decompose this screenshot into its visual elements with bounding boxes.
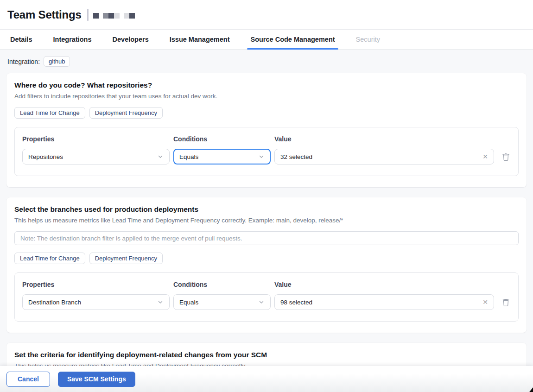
value-column-label: Value [274, 135, 494, 143]
tab-issue-management[interactable]: Issue Management [170, 30, 230, 49]
mouse-cursor [528, 386, 533, 392]
cancel-button[interactable]: Cancel [6, 372, 50, 387]
repositories-card: Where do you code? What repositories? Ad… [6, 73, 527, 187]
chevron-down-icon [157, 153, 164, 160]
scm-settings-content: Integration: github Where do you code? W… [0, 50, 533, 392]
tab-source-code-management[interactable]: Source Code Management [250, 30, 335, 49]
clear-icon[interactable]: ✕ [482, 299, 488, 305]
tag-deployment-frequency: Deployment Frequency [89, 107, 163, 119]
properties-select[interactable]: Repositories [22, 149, 170, 164]
branches-description: This helps us measure metrics like Lead … [14, 217, 519, 224]
branches-filter-box: Properties Conditions Value Destination … [14, 272, 519, 322]
integration-row: Integration: github [6, 56, 527, 67]
properties-column-label: Properties [22, 135, 170, 143]
clear-icon[interactable]: ✕ [482, 153, 488, 160]
integration-label: Integration: [7, 58, 40, 65]
delete-filter-button[interactable] [500, 151, 512, 163]
conditions-column-label: Conditions [173, 135, 271, 143]
page-header: Team Settings [0, 0, 533, 29]
trash-icon [502, 152, 510, 161]
tab-security: Security [356, 30, 380, 49]
chevron-down-icon [258, 153, 265, 160]
repositories-heading: Where do you code? What repositories? [14, 81, 519, 89]
redacted-team-name [93, 13, 135, 19]
delete-filter-button[interactable] [500, 296, 512, 308]
metric-tags: Lead Time for Change Deployment Frequenc… [14, 107, 519, 119]
conditions-select[interactable]: Equals [173, 294, 271, 310]
deployment-criteria-heading: Set the criteria for identifying deploym… [14, 351, 519, 359]
conditions-column-label: Conditions [173, 281, 271, 288]
conditions-select[interactable]: Equals [173, 149, 271, 164]
chevron-down-icon [157, 299, 164, 305]
tab-details[interactable]: Details [10, 30, 32, 49]
save-scm-settings-button[interactable]: Save SCM Settings [58, 372, 135, 387]
title-divider [87, 9, 89, 21]
branches-card: Select the branches used for production … [6, 197, 527, 333]
tab-integrations[interactable]: Integrations [53, 30, 92, 49]
integration-github-chip[interactable]: github [44, 56, 70, 67]
value-column-label: Value [274, 281, 494, 288]
repositories-description: Add filters to include repositories that… [14, 93, 519, 100]
repositories-filter-box: Properties Conditions Value Repositories… [14, 127, 519, 176]
properties-column-label: Properties [22, 281, 170, 288]
tag-lead-time-for-change: Lead Time for Change [14, 253, 85, 264]
tab-developers[interactable]: Developers [113, 30, 149, 49]
trash-icon [502, 298, 510, 307]
chevron-down-icon [258, 299, 265, 305]
value-multiselect[interactable]: 98 selected ✕ [274, 294, 494, 310]
branches-heading: Select the branches used for production … [14, 205, 519, 214]
branch-note-input[interactable] [14, 231, 519, 245]
properties-select[interactable]: Destination Branch [22, 294, 170, 310]
value-multiselect[interactable]: 32 selected ✕ [274, 149, 494, 164]
page-title: Team Settings [7, 8, 82, 21]
action-footer: Cancel Save SCM Settings [0, 366, 533, 392]
settings-tabbar: Details Integrations Developers Issue Ma… [0, 29, 533, 50]
tag-deployment-frequency: Deployment Frequency [89, 253, 163, 264]
metric-tags: Lead Time for Change Deployment Frequenc… [14, 253, 519, 264]
tag-lead-time-for-change: Lead Time for Change [14, 107, 85, 119]
